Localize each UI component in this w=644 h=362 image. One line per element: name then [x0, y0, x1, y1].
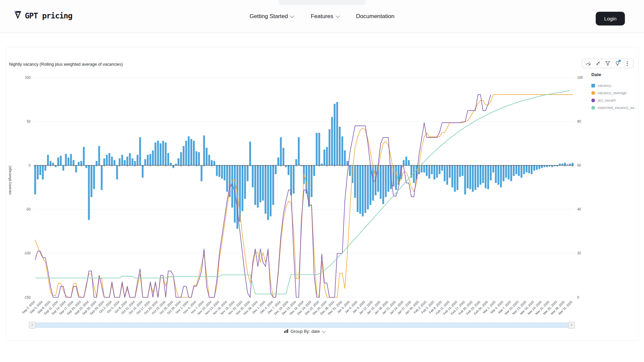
vacancy-bar [167, 153, 169, 166]
vacancy-bar [472, 165, 474, 192]
vacancy-bar [513, 165, 515, 176]
vacancy-bar [544, 165, 545, 167]
vacancy-bar [224, 165, 225, 180]
legend-swatch [591, 106, 595, 110]
vacancy-bar [311, 165, 312, 197]
legend-item-vacancy[interactable]: vacancy [591, 82, 637, 89]
vacancy-bar [157, 141, 159, 165]
login-button[interactable]: Login [596, 12, 625, 25]
vacancy-bar [137, 155, 138, 165]
expected_vacancy_avg-line[interactable] [35, 90, 570, 294]
vacancy-bar [431, 165, 433, 174]
vacancy-bar [129, 153, 130, 166]
vacancy-bar [446, 165, 448, 185]
vacancy-bar [413, 165, 415, 183]
vacancy-bar [52, 163, 54, 166]
vacancy-bar [502, 165, 504, 181]
vacancy-chart-plot[interactable]: 100500-50-100-150100806040200Sep 2, 2024… [6, 47, 638, 321]
vacancy-bar [487, 165, 489, 189]
vacancy-bar [170, 163, 172, 166]
vacancy-bar [78, 162, 79, 165]
vacancy-bar [221, 165, 223, 178]
vacancy-bar [344, 150, 345, 166]
vacancy-bar [96, 161, 97, 165]
vacancy-bar [346, 161, 348, 165]
vacancy-bar [572, 163, 573, 166]
vacancy-bar [508, 165, 509, 179]
vacancy-bar [385, 165, 386, 197]
chart-card: Nightly vacancy (Rolling plus weighted a… [6, 47, 639, 341]
vacancy-bar [252, 165, 254, 187]
vacancy-bar [126, 157, 128, 165]
vacancy-bar [403, 160, 405, 166]
vacancy-bar [444, 165, 445, 181]
vacancy-bar [98, 146, 100, 166]
vacancy-bar [67, 158, 69, 166]
vacancy-bar [321, 164, 323, 165]
vacancy-bar [254, 165, 256, 205]
vacancy-bar [497, 165, 499, 185]
vacancy-bar [370, 165, 371, 205]
vacancy-bar [208, 155, 210, 165]
svg-text:40: 40 [577, 207, 581, 211]
vacancy-bar [206, 148, 207, 165]
svg-text:0: 0 [577, 296, 579, 299]
scrollbar-right-handle[interactable]: ≡ [568, 322, 575, 328]
vacancy-bar [34, 165, 36, 194]
nav-item-getting-started[interactable]: Getting Started [250, 13, 293, 20]
vacancy-bar [336, 102, 338, 165]
vacancy-bar [55, 165, 56, 167]
vacancy-bar [288, 165, 289, 175]
chevron-down-icon [335, 14, 340, 18]
vacancy-bar [436, 165, 438, 178]
scrollbar-left-handle[interactable]: ≡ [29, 322, 36, 328]
vacancy-bar [88, 165, 90, 220]
legend-label: vacancy [598, 83, 611, 87]
chart-pan-scrollbar[interactable] [35, 322, 569, 328]
vacancy-bar [280, 137, 282, 165]
vacancy-bar [198, 152, 200, 165]
legend-item-expected-vacancy-av-[interactable]: expected_vacancy_av... [591, 104, 637, 111]
vacancy-bar [160, 143, 161, 166]
annotate-chart-icon[interactable] [586, 61, 591, 66]
vacancy-bar [119, 158, 120, 165]
vacancy-bar [495, 165, 497, 183]
more-menu-icon[interactable] [625, 61, 630, 66]
chevron-down-icon [322, 329, 326, 333]
vacancy_average-line[interactable] [35, 94, 573, 298]
vacancy-bar [183, 146, 184, 166]
vacancy-bar [131, 158, 133, 165]
group-by-control[interactable]: Group By: date [284, 329, 325, 334]
collapse-icon[interactable] [595, 61, 601, 66]
vacancy-bar [249, 142, 251, 166]
vacancy-bar [323, 149, 325, 165]
vacancy-bar [108, 153, 110, 166]
legend-item-pct-vacant[interactable]: pct_vacant [591, 97, 637, 104]
vacancy-bar [331, 117, 333, 165]
vacancy-bar [103, 158, 105, 165]
vacancy-bar [423, 165, 425, 172]
nav-item-documentation[interactable]: Documentation [356, 13, 394, 20]
svg-text:80: 80 [577, 120, 581, 123]
insights-bulb-icon[interactable] [615, 61, 620, 66]
vacancy-bar [45, 165, 46, 171]
vacancy-bar [262, 165, 264, 200]
vacancy-bar [316, 133, 317, 165]
vacancy-bar [538, 165, 540, 169]
vacancy-bar [500, 165, 502, 187]
legend-item-vacancy-average[interactable]: vacancy_average [591, 89, 637, 97]
vacancy-bar [334, 104, 335, 166]
vacancy-bar [265, 165, 266, 214]
vacancy-bar [395, 165, 397, 190]
vacancy-bar [469, 165, 471, 189]
nav-item-features[interactable]: Features [311, 13, 338, 20]
vacancy-bar [367, 165, 369, 209]
vacancy-bar [285, 165, 287, 167]
filter-icon[interactable] [605, 61, 610, 66]
top-notch [278, 0, 366, 5]
vacancy-bar [270, 165, 271, 216]
vacancy-bar [62, 165, 64, 171]
vacancy-bar [116, 165, 118, 179]
legend-swatch [591, 99, 595, 102]
vacancy-bar [93, 165, 95, 189]
